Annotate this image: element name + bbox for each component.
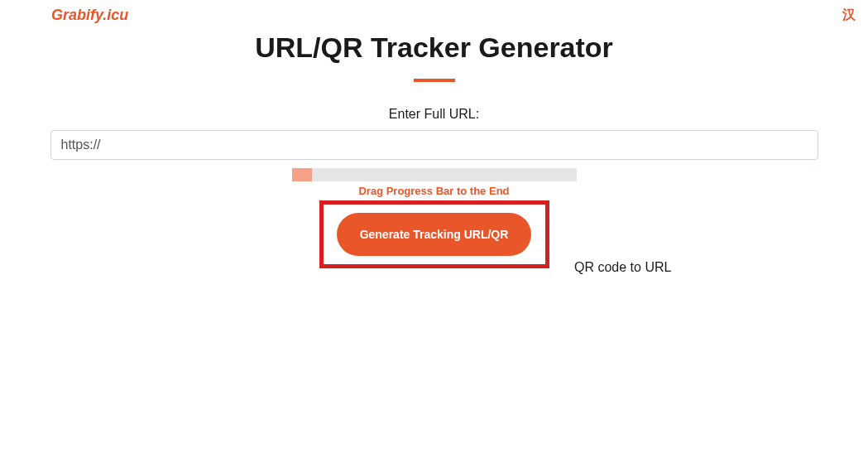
progress-bar-container: Drag Progress Bar to the End bbox=[292, 168, 577, 197]
progress-handle[interactable] bbox=[292, 168, 312, 181]
title-underline bbox=[414, 79, 455, 82]
generate-button-highlight: Generate Tracking URL/QR bbox=[319, 200, 549, 268]
progress-track[interactable] bbox=[292, 168, 577, 181]
generate-button[interactable]: Generate Tracking URL/QR bbox=[337, 213, 532, 256]
url-input-label: Enter Full URL: bbox=[0, 107, 868, 122]
url-input[interactable] bbox=[50, 130, 818, 160]
page-title: URL/QR Tracker Generator bbox=[0, 31, 868, 64]
language-toggle[interactable]: 汉 bbox=[842, 7, 856, 24]
qr-to-url-link[interactable]: QR code to URL bbox=[574, 260, 671, 275]
brand-logo[interactable]: Grabify.icu bbox=[51, 7, 128, 24]
progress-hint-text: Drag Progress Bar to the End bbox=[292, 185, 577, 197]
